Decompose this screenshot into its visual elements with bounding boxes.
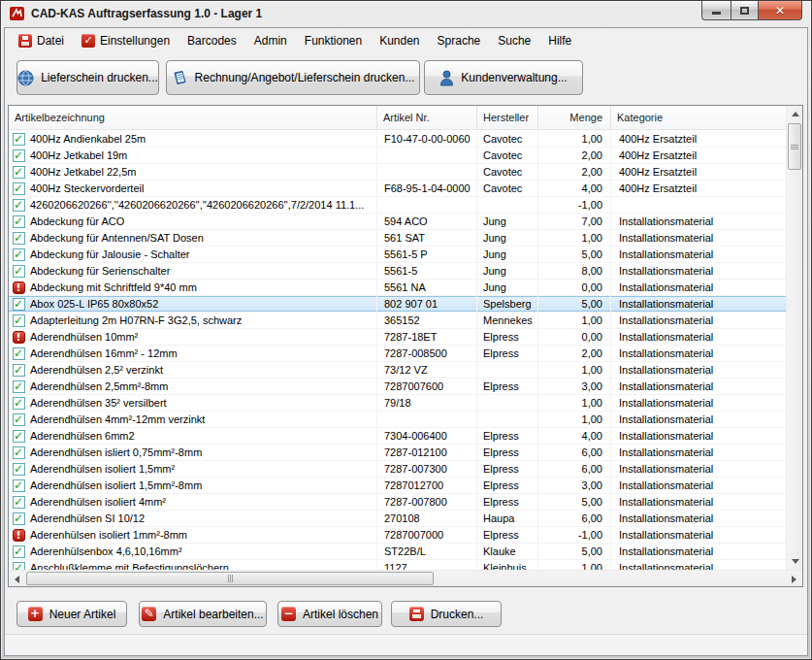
table-row[interactable]: ✓Aderendhülsen 4mm²-12mm verzinkt1,00Ins… bbox=[9, 412, 786, 428]
check-icon: ✓ bbox=[13, 413, 25, 426]
row-status-cell: ✓ bbox=[9, 181, 28, 196]
maximize-button[interactable] bbox=[731, 1, 759, 20]
row-status-cell: ✓ bbox=[9, 362, 28, 378]
cell-artikel-nr: 270108 bbox=[377, 511, 477, 526]
cell-hersteller: Elpress bbox=[477, 478, 538, 493]
cell-artikelbezeichnung: Abox 025-L IP65 80x80x52 bbox=[28, 296, 377, 312]
cell-artikel-nr: 594 ACO bbox=[377, 214, 477, 229]
table-row[interactable]: !Aderenhülsen isoliert 1mm²-8mm728700700… bbox=[9, 527, 786, 544]
table-row[interactable]: ✓Aderendhülsen isoliert 1,5mm²-8mm728701… bbox=[9, 478, 786, 494]
table-row[interactable]: ✓Aderendhülsen SI 10/12270108Haupa6,00In… bbox=[9, 511, 786, 527]
table-row[interactable]: ✓Aderendhülsen 35² versilbert79/181,00In… bbox=[9, 395, 786, 412]
table-row[interactable]: ✓400Hz Andienkabel 25mF10-47-0-00-0060Ca… bbox=[9, 131, 786, 148]
cell-artikelbezeichnung: Aderendhülsen isoliert 1,5mm²-8mm bbox=[28, 478, 377, 493]
cell-kategorie: Installationsmaterial bbox=[611, 428, 786, 444]
cell-menge: 6,00 bbox=[538, 445, 611, 460]
artikel-bearbeiten-button[interactable]: ✎ Artikel bearbeiten... bbox=[139, 601, 267, 627]
horizontal-scrollbar[interactable] bbox=[9, 570, 802, 586]
check-icon: ✓ bbox=[13, 347, 25, 360]
cell-artikel-nr bbox=[377, 197, 477, 213]
row-status-cell: ✓ bbox=[9, 428, 28, 444]
menu-label: Suche bbox=[498, 34, 531, 48]
artikel-loeschen-button[interactable]: − Artikel löschen bbox=[277, 601, 382, 627]
rechnung-drucken-button[interactable]: Rechnung/Angebot/Lieferschein drucken... bbox=[166, 60, 420, 95]
printer-icon bbox=[409, 607, 424, 621]
scroll-left-icon[interactable] bbox=[15, 576, 19, 583]
menu-item-sprache[interactable]: Sprache bbox=[429, 31, 490, 50]
cell-hersteller: Haupa bbox=[477, 511, 538, 526]
table-row[interactable]: ✓Abdeckung für Antennen/SAT Dosen561 SAT… bbox=[9, 230, 786, 247]
vertical-scrollbar[interactable] bbox=[786, 106, 802, 570]
cell-artikel-nr: 7287007600 bbox=[377, 379, 477, 394]
vertical-scroll-thumb[interactable] bbox=[788, 123, 801, 170]
cell-hersteller: Jung bbox=[477, 230, 538, 246]
row-status-cell: ✓ bbox=[9, 214, 28, 229]
table-row[interactable]: ✓Aderendhülsen 16mm² - 12mm7287-008500El… bbox=[9, 346, 786, 362]
menu-item-funktionen[interactable]: Funktionen bbox=[296, 31, 371, 50]
title-bar[interactable]: CAD-KAS Auftragserfassung 1.0 - Lager 1 … bbox=[1, 1, 811, 27]
close-button[interactable]: ✕ bbox=[759, 1, 802, 20]
cell-artikel-nr: F10-47-0-00-0060 bbox=[377, 131, 477, 147]
table-row[interactable]: ✓Aderendhülsen 2,5² verzinkt73/12 VZ1,00… bbox=[9, 362, 786, 379]
menu-item-einstellungen[interactable]: ✓ Einstellungen bbox=[73, 31, 179, 50]
toolbar: Lieferschein drucken... Rechnung/Angebot… bbox=[5, 53, 807, 104]
menu-label: Einstellungen bbox=[100, 34, 170, 48]
cell-artikelbezeichnung: Adapterleitung 2m H07RN-F 3G2,5, schwarz bbox=[28, 313, 377, 328]
column-header-menge[interactable]: Menge bbox=[538, 106, 611, 130]
cell-kategorie: Installationsmaterial bbox=[611, 560, 786, 570]
neuer-artikel-button[interactable]: + Neuer Artikel bbox=[16, 601, 127, 627]
lieferschein-drucken-button[interactable]: Lieferschein drucken... bbox=[16, 60, 159, 95]
table-row[interactable]: ✓4260206620266'',''4260206620266'',''426… bbox=[9, 197, 786, 214]
cell-hersteller: Jung bbox=[477, 247, 538, 262]
column-header-artikelbezeichnung[interactable]: Artikelbezeichnung bbox=[9, 106, 377, 130]
cell-menge: 3,00 bbox=[538, 379, 611, 394]
table-row[interactable]: ✓400Hz Jetkabel 22,5mCavotec2,00400Hz Er… bbox=[9, 164, 786, 181]
table-row[interactable]: ✓Aderendhülsen isoliert 4mm²7287-007800E… bbox=[9, 494, 786, 511]
cell-kategorie: Installationsmaterial bbox=[611, 445, 786, 460]
table-row[interactable]: ✓400Hz SteckervorderteilF68-95-1-04-0000… bbox=[9, 181, 786, 197]
cell-kategorie: Installationsmaterial bbox=[611, 461, 786, 477]
menu-item-hilfe[interactable]: Hilfe bbox=[539, 31, 580, 50]
menu-item-admin[interactable]: Admin bbox=[245, 31, 296, 50]
horizontal-scroll-thumb[interactable] bbox=[26, 572, 434, 585]
table-row[interactable]: ✓Abdeckung für Jalousie - Schalter5561-5… bbox=[9, 247, 786, 263]
kundenverwaltung-button[interactable]: Kundenverwaltung... bbox=[424, 60, 583, 95]
table-row[interactable]: !Abdeckung mit Schriftfeld 9*40 mm5561 N… bbox=[9, 280, 786, 296]
maximize-icon bbox=[740, 7, 749, 15]
column-header-hersteller[interactable]: Hersteller bbox=[477, 106, 538, 130]
column-header-artikel-nr[interactable]: Artikel Nr. bbox=[377, 106, 477, 130]
cell-hersteller bbox=[477, 197, 538, 213]
table-row[interactable]: ✓Abdeckung für ACO594 ACOJung7,00Install… bbox=[9, 214, 786, 230]
row-status-cell: ✓ bbox=[9, 544, 28, 559]
drucken-button[interactable]: Drucken... bbox=[391, 601, 502, 627]
menu-item-suche[interactable]: Suche bbox=[489, 31, 539, 50]
footer-toolbar: + Neuer Artikel ✎ Artikel bearbeiten... … bbox=[5, 597, 807, 634]
table-row[interactable]: !Aderendhülsen 10mm²7287-18ETElpress0,00… bbox=[9, 329, 786, 346]
table-row[interactable]: ✓400Hz Jetkabel 19mCavotec2,00400Hz Ersa… bbox=[9, 148, 786, 164]
table-row[interactable]: ✓Aderendhülsen 2,5mm²-8mm7287007600Elpre… bbox=[9, 379, 786, 395]
minimize-button[interactable] bbox=[701, 1, 731, 20]
menu-item-datei[interactable]: Datei bbox=[10, 31, 73, 50]
check-icon: ✓ bbox=[13, 512, 25, 525]
table-row[interactable]: ✓Adapterleitung 2m H07RN-F 3G2,5, schwar… bbox=[9, 313, 786, 329]
table-row[interactable]: ✓Aderendhülsen 6mm27304-006400Elpress4,0… bbox=[9, 428, 786, 445]
menu-item-kunden[interactable]: Kunden bbox=[371, 31, 428, 50]
menu-item-barcodes[interactable]: Barcodes bbox=[179, 31, 245, 50]
cell-artikelbezeichnung: 400Hz Andienkabel 25m bbox=[28, 131, 377, 147]
scroll-up-icon[interactable] bbox=[792, 112, 799, 116]
cell-hersteller: Jung bbox=[477, 280, 538, 295]
scroll-right-icon[interactable] bbox=[792, 576, 796, 583]
table-row[interactable]: ✓Abdeckung für Serienschalter5561-5Jung8… bbox=[9, 263, 786, 280]
scroll-down-icon[interactable] bbox=[792, 559, 799, 564]
cell-artikelbezeichnung: Aderendhülsen isliert 0,75mm²-8mm bbox=[28, 445, 377, 460]
table-row[interactable]: ✓Aderendhülsen isoliert 1,5mm²7287-00730… bbox=[9, 461, 786, 478]
cell-kategorie: Installationsmaterial bbox=[611, 412, 786, 427]
cell-artikelbezeichnung: Abdeckung mit Schriftfeld 9*40 mm bbox=[28, 280, 377, 295]
table-row[interactable]: ✓Abox 025-L IP65 80x80x52802 907 01Spels… bbox=[9, 296, 786, 313]
column-header-kategorie[interactable]: Kategorie bbox=[611, 106, 786, 130]
row-status-cell: ✓ bbox=[9, 296, 28, 312]
table-row[interactable]: ✓Anschlußklemme mit Befestigungslöchern1… bbox=[9, 560, 786, 570]
cell-kategorie: Installationsmaterial bbox=[611, 379, 786, 394]
table-row[interactable]: ✓Aderendhülsen isliert 0,75mm²-8mm7287-0… bbox=[9, 445, 786, 461]
table-row[interactable]: ✓Aderenhülsenbox 4,6,10,16mm²ST22B/LKlau… bbox=[9, 544, 786, 560]
